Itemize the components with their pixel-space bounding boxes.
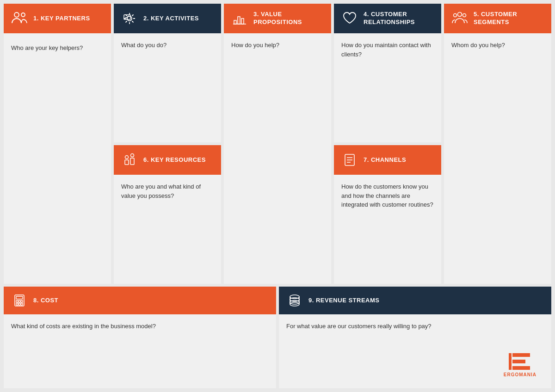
svg-rect-8 (234, 20, 236, 24)
channels-icon (340, 151, 359, 169)
ergomania-logo: ERGOMANIA (504, 352, 536, 377)
header-key-resources: 6. KEY RESOURCES (114, 145, 221, 175)
key-activities-icon (120, 9, 139, 28)
cell-channels: 7. CHANNELS How do the customers know yo… (334, 145, 441, 284)
customer-segments-label: 5. CUSTOMER SEGMENTS (474, 11, 545, 26)
channels-label: 7. CHANNELS (364, 156, 406, 164)
header-channels: 7. CHANNELS (334, 145, 441, 175)
cost-icon (10, 291, 29, 310)
customer-relationships-body: How do you maintain contact with clients… (334, 33, 441, 142)
key-partners-icon (10, 9, 29, 28)
cost-text: What kind of costs are existing in the b… (11, 322, 269, 331)
revenue-streams-icon (285, 291, 304, 310)
key-activities-text: What do you do? (121, 41, 214, 50)
cell-revenue-streams: 9. REVENUE STREAMS For what value are ou… (279, 287, 551, 388)
svg-rect-9 (238, 17, 240, 24)
customer-segments-body: Whom do you help? (444, 33, 551, 284)
svg-rect-26 (21, 303, 23, 305)
svg-point-6 (125, 156, 129, 159)
channels-body: How do the customers know you and how th… (334, 175, 441, 284)
svg-rect-23 (21, 300, 23, 302)
cell-key-partners: 1. KEY PARTNERS Who are your key helpers… (4, 4, 111, 284)
cell-cost: 8. COST What kind of costs are existing … (4, 287, 276, 388)
svg-rect-33 (512, 360, 525, 363)
svg-rect-21 (16, 300, 18, 302)
svg-point-18 (463, 14, 466, 17)
svg-point-0 (14, 12, 19, 17)
cell-key-activities: 2. KEY ACTIVITES What do you do? (114, 4, 221, 142)
key-activities-body: What do you do? (114, 33, 221, 142)
key-resources-label: 6. KEY RESOURCES (143, 156, 206, 164)
logo-text: ERGOMANIA (504, 372, 536, 377)
logo-area: ERGOMANIA (286, 331, 544, 381)
cell-key-resources: 6. KEY RESOURCES Who are you and what ki… (114, 145, 221, 284)
value-propositions-label: 3. VALUE PROPOSITIONS (253, 11, 325, 26)
key-resources-body: Who are you and what kind of value you p… (114, 175, 221, 284)
col4-wrapper: 4. CUSTOMER RELATIONSHIPS How do you mai… (334, 4, 441, 284)
customer-relationships-icon (340, 9, 359, 28)
key-partners-label: 1. KEY PARTNERS (33, 15, 90, 23)
value-propositions-icon (230, 9, 249, 28)
header-customer-segments: 5. CUSTOMER SEGMENTS (444, 4, 551, 33)
svg-rect-22 (18, 300, 20, 302)
customer-relationships-label: 4. CUSTOMER RELATIONSHIPS (364, 11, 435, 26)
key-resources-text: Who are you and what kind of value you p… (121, 182, 214, 200)
key-resources-icon (120, 151, 139, 169)
svg-point-17 (454, 14, 457, 17)
logo-icon (508, 352, 532, 371)
svg-rect-24 (16, 303, 18, 305)
svg-rect-4 (125, 160, 129, 165)
svg-rect-25 (18, 303, 20, 305)
canvas: 1. KEY PARTNERS Who are your key helpers… (0, 0, 555, 392)
revenue-streams-body: For what value are our customers really … (279, 314, 551, 388)
customer-segments-icon (450, 9, 469, 28)
cost-body: What kind of costs are existing in the b… (4, 314, 276, 388)
customer-relationships-text: How do you maintain contact with clients… (341, 41, 434, 59)
revenue-streams-label: 9. REVENUE STREAMS (308, 297, 379, 305)
header-value-propositions: 3. VALUE PROPOSITIONS (224, 4, 331, 33)
logo-svg (508, 352, 532, 371)
channels-text: How do the customers know you and how th… (341, 182, 434, 209)
svg-rect-32 (512, 353, 530, 357)
header-cost: 8. COST (4, 287, 276, 314)
svg-rect-20 (16, 296, 23, 299)
svg-point-7 (131, 154, 134, 157)
header-key-partners: 1. KEY PARTNERS (4, 4, 111, 33)
svg-rect-31 (509, 353, 512, 370)
svg-point-16 (458, 12, 462, 17)
svg-rect-34 (512, 366, 530, 370)
cell-value-propositions: 3. VALUE PROPOSITIONS How do you help? (224, 4, 331, 284)
revenue-streams-text: For what value are our customers really … (286, 322, 544, 331)
col2-wrapper: 2. KEY ACTIVITES What do you do? (114, 4, 221, 284)
key-activities-label: 2. KEY ACTIVITES (143, 15, 199, 23)
value-propositions-text: How do you help? (231, 41, 324, 50)
svg-rect-5 (130, 158, 134, 165)
customer-segments-text: Whom do you help? (451, 41, 544, 50)
svg-point-1 (21, 13, 25, 17)
cell-customer-relationships: 4. CUSTOMER RELATIONSHIPS How do you mai… (334, 4, 441, 142)
value-propositions-body: How do you help? (224, 33, 331, 284)
cell-customer-segments: 5. CUSTOMER SEGMENTS Whom do you help? (444, 4, 551, 284)
header-key-activities: 2. KEY ACTIVITES (114, 4, 221, 33)
key-partners-text: Who are your key helpers? (11, 43, 104, 53)
cost-label: 8. COST (33, 297, 58, 305)
header-revenue-streams: 9. REVENUE STREAMS (279, 287, 551, 314)
svg-rect-10 (241, 18, 244, 24)
bottom-row: 8. COST What kind of costs are existing … (4, 287, 551, 388)
key-partners-body: Who are your key helpers? (4, 36, 111, 284)
header-customer-relationships: 4. CUSTOMER RELATIONSHIPS (334, 4, 441, 33)
